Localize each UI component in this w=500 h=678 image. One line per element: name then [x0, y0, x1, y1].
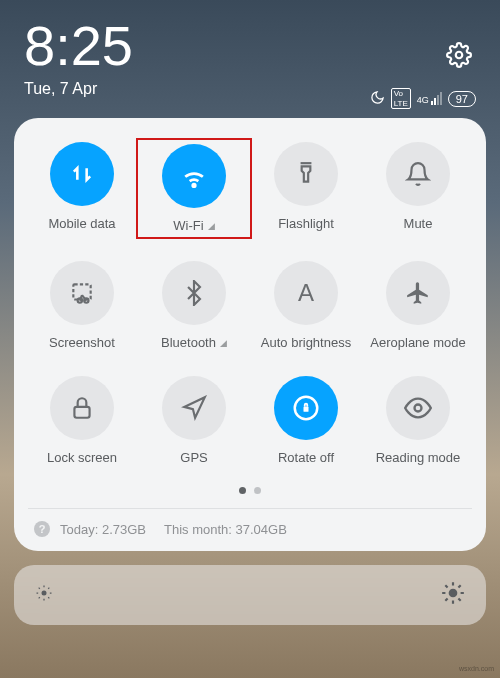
data-usage-today: Today: 2.73GB: [60, 522, 146, 537]
svg-point-8: [415, 405, 422, 412]
svg-point-1: [193, 184, 196, 187]
tile-rotate-off[interactable]: Rotate off: [252, 376, 360, 465]
brightness-high-icon: [440, 580, 466, 610]
status-icons: VoLTE 4G 97: [370, 88, 476, 109]
svg-rect-5: [74, 407, 89, 418]
airplane-icon: [386, 261, 450, 325]
chevron-icon: ◢: [208, 221, 215, 231]
location-arrow-icon: [162, 376, 226, 440]
dnd-moon-icon: [370, 90, 385, 108]
tile-label: Flashlight: [278, 216, 334, 231]
tile-reading-mode[interactable]: Reading mode: [364, 376, 472, 465]
tile-label: Reading mode: [376, 450, 461, 465]
bluetooth-icon: [162, 261, 226, 325]
volte-icon: VoLTE: [391, 88, 411, 109]
brightness-slider[interactable]: [14, 565, 486, 625]
svg-point-10: [449, 589, 458, 598]
signal-icon: 4G: [417, 92, 442, 105]
info-icon: ?: [34, 521, 50, 537]
page-dot-2[interactable]: [254, 487, 261, 494]
tile-auto-brightness[interactable]: A Auto brightness: [252, 261, 360, 350]
tile-screenshot[interactable]: Screenshot: [28, 261, 136, 350]
tile-label: Mobile data: [48, 216, 115, 231]
page-indicator: [28, 487, 472, 494]
clock-time: 8:25: [24, 18, 476, 74]
battery-indicator: 97: [448, 91, 476, 107]
tile-flashlight[interactable]: Flashlight: [252, 142, 360, 235]
rotate-lock-icon: [274, 376, 338, 440]
svg-rect-7: [304, 407, 309, 412]
tile-label: Auto brightness: [261, 335, 351, 350]
scissors-icon: [50, 261, 114, 325]
mobile-data-icon: [50, 142, 114, 206]
lock-icon: [50, 376, 114, 440]
auto-brightness-icon: A: [274, 261, 338, 325]
tile-bluetooth[interactable]: Bluetooth◢: [140, 261, 248, 350]
svg-point-9: [42, 591, 47, 596]
brightness-low-icon: [34, 583, 54, 607]
tile-label: Lock screen: [47, 450, 117, 465]
chevron-icon: ◢: [220, 338, 227, 348]
tile-wifi[interactable]: Wi-Fi◢: [136, 138, 252, 239]
quick-settings-panel: Mobile data Wi-Fi◢ Flashlight Mute Scree: [14, 118, 486, 551]
tile-lock-screen[interactable]: Lock screen: [28, 376, 136, 465]
svg-point-0: [456, 52, 463, 59]
tile-aeroplane-mode[interactable]: Aeroplane mode: [364, 261, 472, 350]
bell-icon: [386, 142, 450, 206]
tile-label: Aeroplane mode: [370, 335, 465, 350]
tile-mobile-data[interactable]: Mobile data: [28, 142, 136, 235]
settings-icon[interactable]: [446, 42, 472, 72]
tile-gps[interactable]: GPS: [140, 376, 248, 465]
tile-label: GPS: [180, 450, 207, 465]
data-usage-bar[interactable]: ? Today: 2.73GB This month: 37.04GB: [28, 508, 472, 537]
page-dot-1[interactable]: [239, 487, 246, 494]
tile-label: Wi-Fi◢: [173, 218, 214, 233]
tile-label: Mute: [404, 216, 433, 231]
tiles-grid: Mobile data Wi-Fi◢ Flashlight Mute Scree: [28, 142, 472, 465]
tile-mute[interactable]: Mute: [364, 142, 472, 235]
wifi-icon: [162, 144, 226, 208]
tile-label: Screenshot: [49, 335, 115, 350]
flashlight-icon: [274, 142, 338, 206]
eye-icon: [386, 376, 450, 440]
watermark: wsxdn.com: [459, 665, 494, 672]
tile-label: Bluetooth◢: [161, 335, 227, 350]
tile-label: Rotate off: [278, 450, 334, 465]
data-usage-month: This month: 37.04GB: [164, 522, 287, 537]
